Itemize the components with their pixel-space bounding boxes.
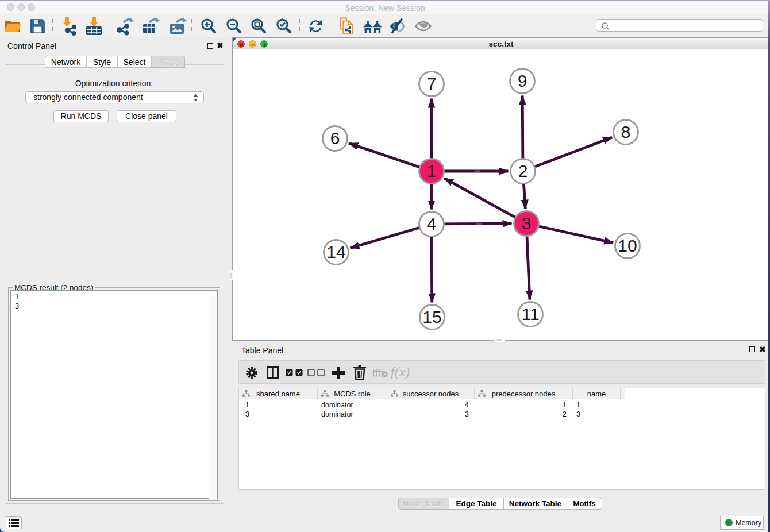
svg-text:10: 10	[618, 236, 637, 255]
svg-text:9: 9	[518, 71, 528, 90]
svg-text:1: 1	[427, 161, 437, 180]
svg-text:14: 14	[326, 242, 345, 261]
svg-text:8: 8	[621, 122, 631, 141]
svg-text:15: 15	[422, 307, 441, 326]
svg-text:7: 7	[427, 74, 437, 93]
svg-text:4: 4	[427, 214, 437, 233]
svg-text:2: 2	[518, 161, 528, 180]
svg-text:6: 6	[330, 129, 340, 148]
svg-text:11: 11	[521, 304, 539, 323]
svg-text:3: 3	[522, 214, 532, 233]
